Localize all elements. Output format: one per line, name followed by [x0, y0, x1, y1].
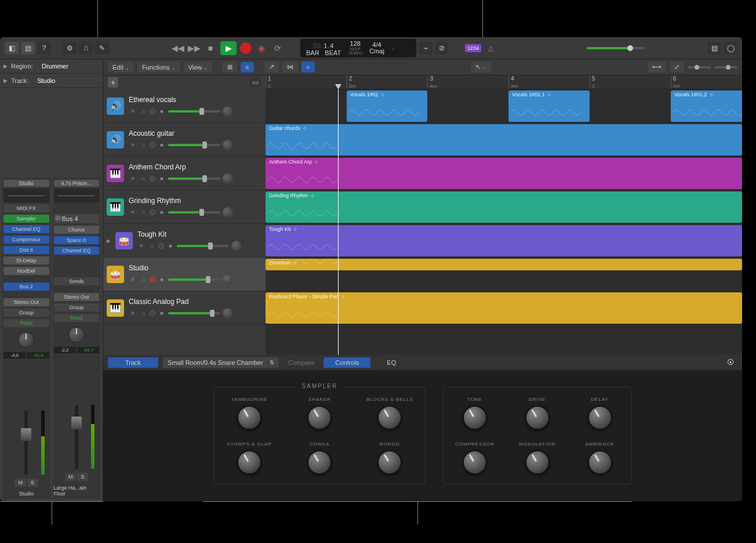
loop-button[interactable]: ⊘ [435, 42, 449, 55]
region[interactable]: Tough Kit ○ [266, 225, 742, 256]
headphone-icon[interactable]: ♫ [139, 208, 147, 216]
pan-knob[interactable] [18, 332, 34, 348]
headphone-icon[interactable]: ♫ [139, 175, 147, 183]
solo-button[interactable]: S [77, 473, 88, 481]
track-header[interactable]: 🎹 Classic Analog Pad ✕ ♫ ■ [103, 291, 266, 325]
mute-button[interactable]: M [14, 479, 26, 487]
help-button[interactable]: ? [37, 42, 51, 55]
controls-tab[interactable]: Controls [324, 357, 370, 368]
region[interactable]: Keyboard Player - Simple Pad ○ [266, 292, 742, 324]
track-header[interactable]: 🥁 Studio ✕ ♫ ■ [103, 258, 266, 291]
editor-icon[interactable]: ✎ [95, 42, 109, 55]
eq-thumbnail[interactable] [54, 189, 100, 202]
track-pan[interactable] [223, 140, 233, 150]
edit-menu[interactable]: Edit⌄ [108, 62, 134, 73]
track-pan[interactable] [223, 308, 233, 318]
track-volume[interactable] [168, 178, 220, 180]
stop-button[interactable]: ■ [204, 42, 217, 55]
knob-delay[interactable] [588, 406, 612, 430]
mute-icon[interactable]: ✕ [129, 276, 137, 284]
arrange-area[interactable]: 1C2Dm3Am4Am5C6Dm Vocals 1#01 ○Vocals 1#0… [266, 75, 742, 355]
track-header[interactable]: ▶ 🥁 Tough Kit ✕ ♫ ■ [103, 224, 266, 258]
track-header[interactable]: 🎹 Grinding Rhythm ✕ ♫ ■ [103, 190, 266, 224]
region[interactable]: Vocals 1#01 ○ [347, 91, 428, 122]
headphone-icon[interactable]: ♫ [139, 141, 147, 149]
library-button[interactable]: ◧ [5, 42, 19, 55]
flex-button[interactable]: ⋈ [282, 61, 298, 73]
knob-shaker[interactable] [307, 406, 332, 430]
zoom-button[interactable]: ⤢ [670, 61, 684, 73]
mute-icon[interactable]: ✕ [137, 242, 146, 250]
pointer-tool[interactable]: ↖⌄ [471, 61, 491, 73]
headphone-icon[interactable]: ♫ [139, 309, 147, 317]
loop-browser-button[interactable]: ⟡ [301, 61, 315, 73]
region[interactable]: Grinding Rhythm ○ [266, 191, 742, 223]
compare-button[interactable]: Compare [284, 357, 319, 368]
knob-bongo[interactable] [377, 450, 402, 475]
headphone-icon[interactable]: ♫ [148, 242, 156, 250]
record-enable[interactable] [150, 209, 155, 215]
track-volume[interactable] [168, 278, 220, 281]
track-pan[interactable] [223, 173, 233, 184]
headphone-icon[interactable]: ♫ [139, 276, 147, 284]
knob-tambourine[interactable] [237, 406, 261, 430]
volume-fader[interactable] [3, 360, 49, 475]
track-volume[interactable] [177, 245, 229, 247]
track-pan[interactable] [231, 241, 242, 251]
track-pan[interactable] [223, 274, 233, 285]
region[interactable]: Guitar chords ○ [266, 124, 742, 155]
track-tab[interactable]: Track [108, 357, 158, 368]
record-button[interactable] [240, 42, 252, 54]
track-pan[interactable] [223, 207, 233, 218]
metronome-icon[interactable]: △ [484, 42, 497, 55]
mute-button[interactable]: M [65, 473, 77, 481]
knob-drive[interactable] [525, 406, 550, 430]
replace-button[interactable]: ⟳ [271, 42, 284, 55]
view-menu[interactable]: View⌄ [184, 62, 213, 73]
knob-blocks-bells[interactable] [377, 406, 402, 430]
master-volume-slider[interactable] [587, 47, 645, 49]
functions-menu[interactable]: Functions⌄ [137, 62, 180, 73]
list-button[interactable]: ≡ [241, 62, 253, 73]
preset-selector[interactable]: Small Room/0.4s Snare Chamber⇅ [163, 357, 279, 368]
eq-tab[interactable]: EQ [375, 357, 408, 368]
mute-icon[interactable]: ✕ [129, 208, 137, 216]
mixer-icon[interactable]: ⎍ [79, 42, 93, 55]
pan-knob[interactable] [68, 327, 85, 343]
region[interactable]: Vocals 1#01.2 ○ [671, 91, 742, 122]
knob-modulation[interactable] [525, 450, 550, 475]
snap-button[interactable]: ⟷ [648, 61, 666, 73]
knob-stomps-clap[interactable] [237, 450, 261, 475]
h-zoom-slider[interactable] [688, 66, 711, 68]
rewind-button[interactable]: ◀◀ [172, 42, 184, 55]
record-enable[interactable] [150, 108, 155, 114]
list-editors-button[interactable]: ▤ [707, 42, 721, 55]
knob-compressor[interactable] [463, 450, 487, 475]
track-inspector-header[interactable]: ▶Track: Studio [0, 74, 103, 88]
cycle-button[interactable]: ◉ [255, 42, 268, 55]
solo-button[interactable]: S [27, 479, 38, 487]
playhead[interactable] [338, 89, 339, 355]
record-enable[interactable] [158, 243, 164, 249]
forward-button[interactable]: ▶▶ [188, 42, 201, 55]
count-in-badge[interactable]: 1234 [465, 44, 481, 52]
settings-icon[interactable]: ⚙ [63, 42, 77, 55]
track-header[interactable]: 🎹 Anthem Chord Arp ✕ ♫ ■ [103, 157, 266, 190]
track-volume[interactable] [168, 110, 220, 113]
region-inspector-header[interactable]: ▶Region: Drummer [0, 59, 103, 74]
tuner-button[interactable]: ⌁ [419, 42, 432, 55]
grid-button[interactable]: ⊞ [223, 61, 237, 73]
play-button[interactable]: ▶ [220, 41, 237, 55]
track-volume[interactable] [168, 312, 220, 314]
mute-icon[interactable]: ✕ [129, 141, 137, 149]
eq-thumbnail[interactable] [3, 189, 49, 202]
record-enable[interactable] [150, 310, 155, 316]
knob-conga[interactable] [307, 450, 332, 475]
add-track-button[interactable]: + [108, 77, 118, 88]
automation-button[interactable]: ↗ [264, 61, 279, 73]
v-zoom-slider[interactable] [714, 66, 737, 68]
global-tracks-button[interactable]: ▭ [249, 78, 261, 87]
record-enable[interactable] [150, 142, 155, 148]
track-volume[interactable] [168, 211, 220, 213]
region[interactable]: Anthem Chord Arp ○ [266, 158, 742, 189]
